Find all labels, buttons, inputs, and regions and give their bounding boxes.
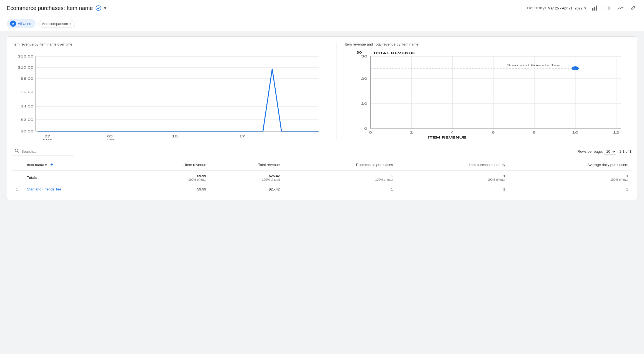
header-left: Ecommerce purchases: Item name ▾ — [7, 5, 106, 11]
svg-text:6: 6 — [492, 131, 495, 134]
add-column-button[interactable]: + — [50, 162, 53, 167]
page-header: Ecommerce purchases: Item name ▾ Last 28… — [0, 0, 644, 16]
svg-text:0: 0 — [364, 127, 367, 130]
search-input[interactable] — [21, 149, 71, 154]
charts-row: Item revenue by Item name over time $12.… — [13, 42, 631, 140]
header-right: Last 28 days Mar 25 - Apr 21, 2022 ▾ — [527, 4, 637, 12]
data-table: Item name ▾ + ↓ Item revenue — [13, 159, 631, 194]
svg-text:20: 20 — [361, 77, 368, 80]
scatter-chart-container: 30 TOTAL REVENUE 30 20 10 0 — [345, 51, 631, 140]
svg-text:$2.00: $2.00 — [21, 118, 33, 121]
col-header-ecommerce[interactable]: Ecommerce purchases — [283, 159, 396, 171]
all-users-chip[interactable]: A All Users — [7, 19, 36, 28]
svg-text:$6.00: $6.00 — [21, 90, 33, 94]
svg-text:0: 0 — [369, 131, 372, 134]
svg-line-60 — [18, 152, 19, 153]
page-title: Ecommerce purchases: Item name — [7, 5, 93, 11]
item-name-filter[interactable]: Item name ▾ — [27, 163, 47, 167]
all-users-label: All Users — [18, 22, 32, 26]
col-header-rownum — [13, 159, 24, 171]
svg-line-5 — [633, 7, 635, 8]
svg-text:ITEM REVENUE: ITEM REVENUE — [428, 136, 466, 139]
svg-text:$4.00: $4.00 — [21, 105, 33, 108]
table-toolbar: Rows per page: 10 25 50 1-1 of 1 — [13, 145, 631, 159]
totals-row: Totals $9.99 100% of total $25.42 100% o… — [13, 171, 631, 184]
rows-per-page-control: Rows per page: 10 25 50 — [578, 149, 616, 155]
col-header-itemname[interactable]: Item name ▾ + — [24, 159, 130, 171]
date-range-control[interactable]: Last 28 days Mar 25 - Apr 21, 2022 ▾ — [527, 6, 586, 10]
totals-totalrevenue: $25.42 100% of total — [209, 171, 283, 184]
svg-text:12: 12 — [613, 131, 619, 134]
filter-bar: A All Users Add comparison + — [0, 16, 644, 31]
svg-text:Mar: Mar — [43, 138, 52, 140]
row-ecommerce: 1 — [283, 184, 396, 194]
svg-text:17: 17 — [239, 135, 245, 138]
col-total-revenue-label: Total revenue — [258, 163, 280, 167]
chart-type-icon[interactable] — [591, 4, 599, 12]
line-chart-title: Item revenue by Item name over time — [13, 42, 328, 46]
totals-purchaseqty: 1 100% of total — [396, 171, 509, 184]
svg-text:8: 8 — [533, 131, 536, 134]
line-chart-container: $12.00 $10.00 $8.00 $6.00 $4.00 — [13, 51, 328, 140]
user-avatar: A — [10, 21, 16, 27]
date-range-value: Mar 25 - Apr 21, 2022 — [548, 6, 583, 10]
title-dropdown-icon[interactable]: ▾ — [104, 5, 106, 11]
svg-text:10: 10 — [172, 135, 178, 138]
col-item-name-label: Item name — [27, 163, 44, 167]
date-range-label: Last 28 days — [527, 6, 546, 10]
add-comparison-plus-icon: + — [69, 22, 71, 26]
svg-point-4 — [623, 7, 623, 8]
col-header-avgdaily[interactable]: Average daily purchasers — [508, 159, 631, 171]
item-name-link[interactable]: Stan and Friends Tee — [27, 187, 61, 191]
item-revenue-sort[interactable]: ↓ Item revenue — [133, 163, 206, 167]
svg-rect-1 — [592, 8, 593, 11]
col-item-revenue-label: Item revenue — [185, 163, 206, 167]
edit-icon[interactable] — [629, 4, 637, 12]
svg-text:10: 10 — [572, 131, 578, 134]
totals-rownum — [13, 171, 24, 184]
main-content: Item revenue by Item name over time $12.… — [0, 31, 644, 210]
scatter-chart-title: Item revenue and Total revenue by Item n… — [345, 42, 631, 46]
svg-point-0 — [96, 6, 101, 11]
pagination-controls: Rows per page: 10 25 50 1-1 of 1 — [578, 149, 631, 155]
share-icon[interactable] — [603, 4, 612, 12]
col-avg-daily-label: Average daily purchasers — [588, 163, 628, 167]
totals-ecommerce: 1 100% of total — [283, 171, 396, 184]
table-row: 1 Stan and Friends Tee $9.99 $25.42 1 1 … — [13, 184, 631, 194]
col-header-totalrevenue[interactable]: Total revenue — [209, 159, 283, 171]
col-header-purchasequty[interactable]: Item purchase quantity — [396, 159, 509, 171]
svg-text:27: 27 — [44, 135, 50, 138]
svg-text:30: 30 — [356, 51, 362, 54]
svg-text:4: 4 — [451, 131, 454, 134]
search-icon — [15, 149, 19, 154]
item-name-dropdown-icon: ▾ — [45, 163, 47, 167]
pagination-info: 1-1 of 1 — [619, 149, 631, 154]
table-header-row: Item name ▾ + ↓ Item revenue — [13, 159, 631, 171]
svg-text:$0.00: $0.00 — [21, 130, 33, 133]
totals-avgdaily: 1 100% of total — [508, 171, 631, 184]
svg-text:TOTAL REVENUE: TOTAL REVENUE — [373, 52, 416, 55]
svg-text:30: 30 — [361, 55, 368, 58]
rows-per-page-select[interactable]: 10 25 50 — [604, 149, 616, 155]
svg-text:Apr: Apr — [106, 138, 114, 140]
col-purchase-qty-label: Item purchase quantity — [469, 163, 505, 167]
col-header-itemrevenue[interactable]: ↓ Item revenue — [130, 159, 210, 171]
search-box — [13, 147, 74, 155]
svg-text:2: 2 — [410, 131, 413, 134]
svg-rect-2 — [594, 7, 595, 11]
svg-text:10: 10 — [361, 102, 368, 105]
date-range-caret: ▾ — [584, 6, 586, 10]
totals-name: Totals — [24, 171, 130, 184]
row-purchase-qty: 1 — [396, 184, 509, 194]
row-num: 1 — [13, 184, 24, 194]
row-item-name[interactable]: Stan and Friends Tee — [24, 184, 130, 194]
add-comparison-button[interactable]: Add comparison + — [38, 20, 75, 27]
table-section: Rows per page: 10 25 50 1-1 of 1 — [13, 145, 631, 194]
svg-rect-3 — [596, 6, 597, 11]
row-item-revenue: $9.99 — [130, 184, 210, 194]
insights-icon[interactable] — [616, 4, 625, 12]
totals-itemrevenue: $9.99 100% of total — [130, 171, 210, 184]
scatter-chart-panel: Item revenue and Total revenue by Item n… — [336, 42, 631, 140]
sort-arrow-icon: ↓ — [182, 163, 184, 167]
charts-card: Item revenue by Item name over time $12.… — [7, 36, 637, 200]
